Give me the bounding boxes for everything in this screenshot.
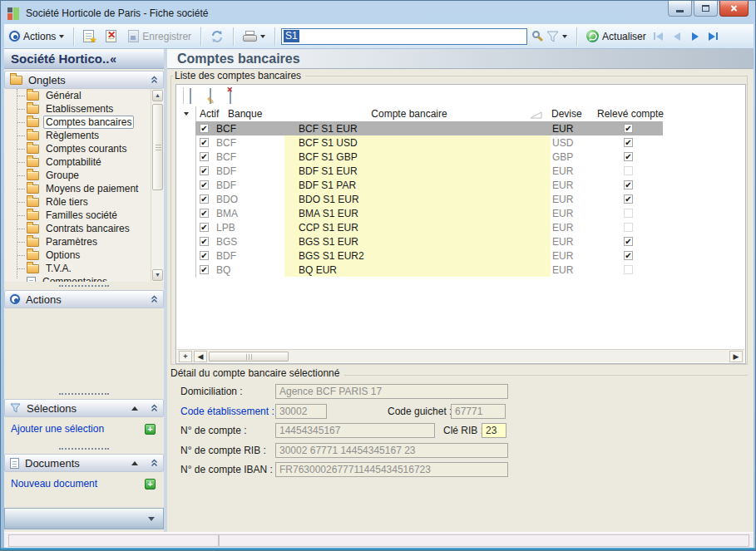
- releve-checkbox[interactable]: ✔: [624, 251, 633, 260]
- table-row[interactable]: ✔ BCF BCF S1 USD USD ✔: [176, 135, 745, 150]
- minimize-button[interactable]: [668, 1, 692, 17]
- releve-checkbox[interactable]: ✔: [624, 180, 633, 189]
- table-row[interactable]: ✔ BCF BCF S1 GBP GBP ✔: [176, 150, 745, 164]
- chevron-up-icon[interactable]: [131, 461, 138, 465]
- add-row-button[interactable]: +: [179, 351, 192, 362]
- releve-checkbox[interactable]: [624, 166, 633, 175]
- actif-checkbox[interactable]: ✔: [200, 124, 209, 133]
- table-row[interactable]: ✔ BMA BMA S1 EUR EUR: [176, 206, 745, 220]
- tree-item[interactable]: Options: [4, 248, 164, 262]
- scroll-right-icon[interactable]: ▶: [729, 351, 743, 362]
- column-header-compte[interactable]: Compte bancaire: [284, 108, 534, 120]
- releve-checkbox[interactable]: ✔: [624, 194, 633, 204]
- table-row[interactable]: ✔ BDF BDF S1 EUR EUR: [176, 164, 745, 178]
- filter-button[interactable]: [543, 29, 571, 44]
- actif-checkbox[interactable]: ✔: [200, 265, 209, 274]
- scroll-down-icon[interactable]: ▼: [152, 269, 163, 281]
- tree-item[interactable]: T.V.A.: [4, 262, 164, 275]
- section-header-onglets[interactable]: Onglets: [4, 71, 164, 89]
- releve-checkbox[interactable]: [624, 209, 633, 218]
- actif-checkbox[interactable]: ✔: [200, 209, 209, 218]
- numero-compte-iban-field[interactable]: [275, 462, 508, 477]
- save-button[interactable]: Enregistrer: [125, 28, 195, 44]
- collapse-section-icon[interactable]: [151, 459, 158, 467]
- column-header-actif[interactable]: Actif: [200, 108, 219, 120]
- tree-item[interactable]: Comptabilité: [4, 155, 164, 169]
- collapse-sidebar-icon[interactable]: «: [110, 52, 116, 66]
- tree-item[interactable]: Familles société: [4, 209, 164, 222]
- add-icon[interactable]: +: [145, 424, 156, 435]
- table-row[interactable]: ✔ LPB CCP S1 EUR EUR: [176, 220, 745, 234]
- search-icon[interactable]: [532, 31, 540, 38]
- actif-checkbox[interactable]: ✔: [200, 166, 209, 175]
- horizontal-scrollbar[interactable]: + ◀ ▶: [177, 349, 744, 362]
- releve-checkbox[interactable]: ✔: [624, 138, 633, 147]
- table-row[interactable]: ✔ BDF BGS S1 EUR2 EUR ✔: [176, 248, 745, 263]
- new-record-button[interactable]: ★: [80, 28, 97, 44]
- tree-item[interactable]: Commentaires: [4, 275, 164, 282]
- list-new-button[interactable]: [190, 89, 191, 104]
- tree-item[interactable]: Moyens de paiement: [4, 182, 164, 195]
- actif-checkbox[interactable]: ✔: [200, 223, 209, 232]
- tree-item[interactable]: Groupe: [4, 169, 164, 182]
- table-row[interactable]: ✔ BDF BDF S1 PAR EUR ✔: [176, 178, 745, 192]
- splitter-handle[interactable]: [59, 285, 109, 287]
- section-header-actions[interactable]: Actions: [4, 290, 164, 308]
- table-row[interactable]: ✔ BDO BDO S1 EUR EUR ✔: [176, 192, 745, 206]
- scroll-up-icon[interactable]: ▲: [152, 90, 163, 101]
- next-record-button[interactable]: [686, 29, 704, 44]
- collapse-section-icon[interactable]: [151, 295, 158, 303]
- scrollbar-thumb[interactable]: [209, 352, 289, 362]
- column-header-devise[interactable]: Devise: [551, 108, 582, 120]
- tree-item[interactable]: Général: [4, 89, 164, 102]
- releve-checkbox[interactable]: [624, 223, 633, 232]
- domiciliation-field[interactable]: [275, 384, 508, 399]
- chevron-down-icon[interactable]: [148, 517, 155, 521]
- new-document-link[interactable]: Nouveau document: [11, 478, 145, 490]
- actif-checkbox[interactable]: ✔: [200, 152, 209, 161]
- column-header-banque[interactable]: Banque: [228, 108, 262, 120]
- previous-record-button[interactable]: [668, 29, 686, 44]
- table-row[interactable]: ✔ BGS BGS S1 EUR EUR ✔: [176, 234, 745, 248]
- table-row[interactable]: ✔ BCF BCF S1 EUR EUR ✔: [176, 121, 745, 135]
- scrollbar-thumb[interactable]: [152, 104, 163, 190]
- actif-checkbox[interactable]: ✔: [200, 138, 209, 147]
- delete-record-button[interactable]: ✕: [102, 28, 120, 44]
- tree-item[interactable]: Règlements: [4, 129, 164, 142]
- panel-splitter[interactable]: [164, 49, 167, 532]
- list-edit-button[interactable]: ✎: [210, 89, 211, 104]
- search-input[interactable]: S1: [281, 28, 527, 45]
- releve-checkbox[interactable]: [624, 265, 633, 274]
- sync-button[interactable]: [207, 28, 227, 45]
- code-etablissement-field[interactable]: [275, 404, 327, 419]
- cle-rib-field[interactable]: [482, 423, 506, 438]
- tree-item[interactable]: Contrats bancaires: [4, 222, 164, 235]
- scroll-left-icon[interactable]: ◀: [194, 351, 207, 362]
- add-selection-link[interactable]: Ajouter une sélection: [11, 423, 145, 435]
- splitter-handle[interactable]: [59, 448, 109, 450]
- tree-item[interactable]: Comptes bancaires: [4, 116, 164, 129]
- close-button[interactable]: [719, 1, 749, 17]
- splitter-handle[interactable]: [59, 393, 109, 395]
- last-record-button[interactable]: [704, 29, 723, 44]
- column-header-releve[interactable]: Relevé compte: [597, 108, 664, 120]
- refresh-button[interactable]: Actualiser: [583, 28, 650, 44]
- releve-checkbox[interactable]: ✔: [624, 237, 633, 246]
- tree-scrollbar[interactable]: ▲ ▼: [151, 89, 163, 282]
- code-etablissement-label[interactable]: Code établissement :: [180, 404, 274, 419]
- collapse-section-icon[interactable]: [151, 404, 158, 412]
- actif-checkbox[interactable]: ✔: [200, 237, 209, 246]
- tree-item[interactable]: Paramètres: [4, 235, 164, 248]
- releve-checkbox[interactable]: ✔: [624, 124, 633, 133]
- releve-checkbox[interactable]: ✔: [624, 152, 633, 161]
- section-header-selections[interactable]: Sélections: [4, 399, 164, 417]
- maximize-button[interactable]: [694, 1, 718, 17]
- print-button[interactable]: [240, 29, 269, 43]
- section-header-documents[interactable]: Documents: [4, 454, 164, 472]
- actions-menu-button[interactable]: Actions: [20, 29, 67, 44]
- tree-item[interactable]: Etablissements: [4, 102, 164, 116]
- numero-compte-rib-field[interactable]: [275, 443, 508, 458]
- tree-item[interactable]: Rôle tiers: [4, 195, 164, 209]
- collapse-section-icon[interactable]: [151, 76, 158, 84]
- list-delete-button[interactable]: ✕: [230, 89, 231, 104]
